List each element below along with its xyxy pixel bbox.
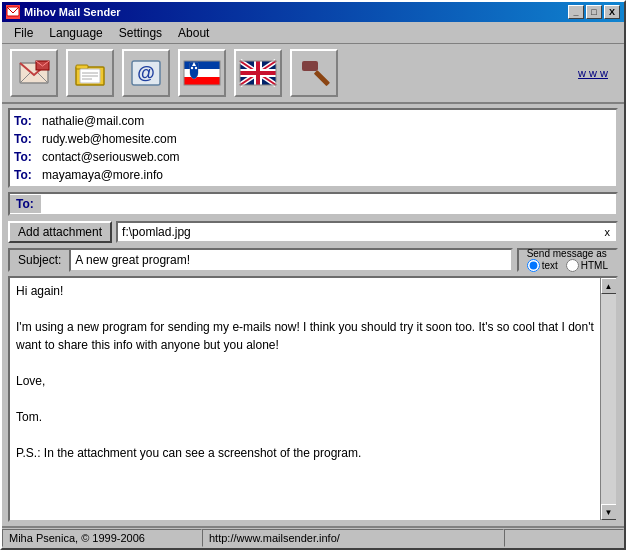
to-input[interactable] [41, 195, 616, 213]
at-button[interactable]: @ [122, 49, 170, 97]
app-icon [6, 5, 20, 19]
radio-text[interactable] [527, 259, 540, 272]
attachment-field: f:\pomlad.jpg x [116, 221, 618, 243]
recipient-email-3: contact@seriousweb.com [42, 148, 180, 166]
svg-rect-16 [184, 77, 220, 85]
subject-label: Subject: [8, 248, 69, 272]
svg-rect-14 [184, 61, 220, 69]
recipient-email-4: mayamaya@more.info [42, 166, 163, 184]
radio-html[interactable] [566, 259, 579, 272]
scrollbar-up-button[interactable]: ▲ [601, 278, 617, 294]
menu-settings[interactable]: Settings [111, 24, 170, 42]
subject-input[interactable] [69, 248, 512, 272]
attachment-filename: f:\pomlad.jpg [122, 225, 602, 239]
svg-rect-31 [314, 70, 330, 86]
status-right [504, 529, 624, 547]
close-button[interactable]: X [604, 5, 620, 19]
radio-html-label-text: HTML [581, 260, 608, 271]
recipient-email-1: nathalie@mail.com [42, 112, 144, 130]
subject-row: Subject: Send message as text HTML [8, 248, 618, 272]
svg-rect-32 [302, 61, 318, 71]
flag-uk-button[interactable] [234, 49, 282, 97]
attachment-clear-button[interactable]: x [603, 226, 613, 238]
scrollbar-down-button[interactable]: ▼ [601, 504, 617, 520]
window-title: Mihov Mail Sender [24, 6, 121, 18]
scrollbar-track[interactable] [601, 294, 617, 504]
menu-language[interactable]: Language [41, 24, 110, 42]
recipient-label-2: To: [14, 130, 42, 148]
svg-text:@: @ [137, 63, 155, 83]
radio-html-label[interactable]: HTML [566, 259, 608, 272]
message-body-container: ▲ ▼ [8, 276, 618, 522]
status-copyright: Miha Psenica, © 1999-2006 [2, 529, 202, 547]
recipients-area: To: nathalie@mail.com To: rudy.web@homes… [8, 108, 618, 188]
radio-text-label-text: text [542, 260, 558, 271]
svg-rect-6 [76, 65, 88, 69]
recipient-label-4: To: [14, 166, 42, 184]
recipient-label-1: To: [14, 112, 42, 130]
maximize-button[interactable]: □ [586, 5, 602, 19]
title-bar-left: Mihov Mail Sender [6, 5, 121, 19]
add-attachment-button[interactable]: Add attachment [8, 221, 112, 243]
toolbar: @ [2, 44, 624, 104]
website-link[interactable]: w w w [578, 67, 608, 79]
send-options-radios: text HTML [527, 259, 608, 272]
menu-file[interactable]: File [6, 24, 41, 42]
to-label: To: [10, 195, 41, 213]
recipient-label-3: To: [14, 148, 42, 166]
menu-bar: File Language Settings About [2, 22, 624, 44]
send-options-box: Send message as text HTML [517, 248, 618, 272]
send-button[interactable] [10, 49, 58, 97]
send-options-title: Send message as [527, 248, 607, 259]
main-window: Mihov Mail Sender _ □ X File Language Se… [0, 0, 626, 550]
status-bar: Miha Psenica, © 1999-2006 http://www.mai… [2, 526, 624, 548]
recipient-row-2: To: rudy.web@homesite.com [14, 130, 612, 148]
menu-about[interactable]: About [170, 24, 217, 42]
title-bar: Mihov Mail Sender _ □ X [2, 2, 624, 22]
attachment-row: Add attachment f:\pomlad.jpg x [8, 220, 618, 244]
to-input-row: To: [8, 192, 618, 216]
title-buttons: _ □ X [568, 5, 620, 19]
recipient-row-4: To: mayamaya@more.info [14, 166, 612, 184]
radio-text-label[interactable]: text [527, 259, 558, 272]
status-url: http://www.mailsender.info/ [202, 529, 504, 547]
svg-rect-15 [184, 69, 220, 77]
recipient-email-2: rudy.web@homesite.com [42, 130, 177, 148]
svg-point-19 [191, 67, 193, 69]
folder-button[interactable] [66, 49, 114, 97]
svg-point-20 [195, 67, 197, 69]
hammer-button[interactable] [290, 49, 338, 97]
flag-slovenia-button[interactable] [178, 49, 226, 97]
scrollbar-vertical[interactable]: ▲ ▼ [600, 278, 616, 520]
message-body[interactable] [10, 278, 600, 520]
minimize-button[interactable]: _ [568, 5, 584, 19]
recipient-row-1: To: nathalie@mail.com [14, 112, 612, 130]
recipient-row-3: To: contact@seriousweb.com [14, 148, 612, 166]
